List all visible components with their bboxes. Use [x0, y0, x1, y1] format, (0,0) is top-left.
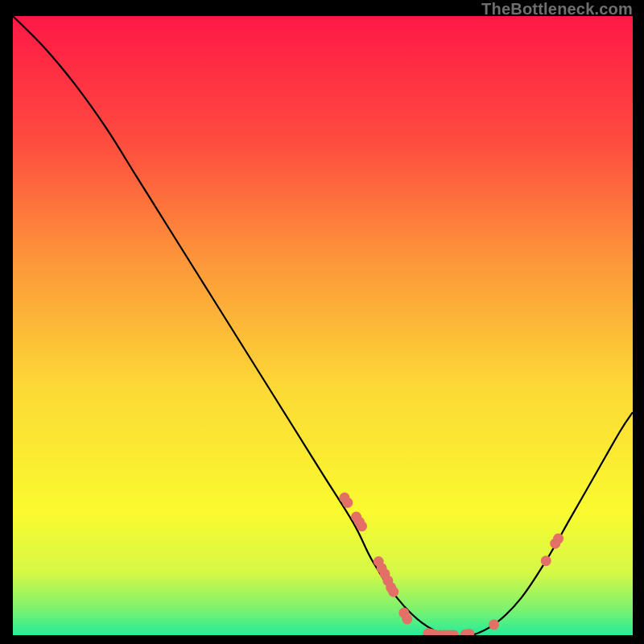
gradient-background: [13, 16, 633, 635]
curve-marker: [541, 555, 551, 566]
chart-svg: [13, 16, 633, 635]
curve-marker: [402, 614, 412, 625]
curve-marker: [489, 619, 499, 630]
curve-marker: [553, 534, 564, 544]
curve-marker: [342, 497, 353, 508]
curve-marker: [357, 521, 367, 531]
chart-frame: TheBottleneck.com: [0, 0, 644, 644]
curve-marker: [388, 587, 398, 597]
bottleneck-chart: [13, 16, 633, 635]
watermark-text: TheBottleneck.com: [481, 0, 633, 19]
